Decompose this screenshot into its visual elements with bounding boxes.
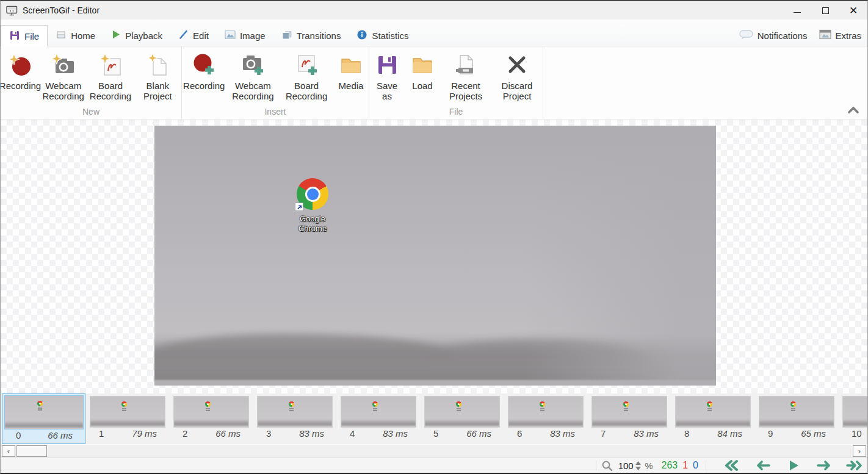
frame-thumbnail[interactable]: 566 ms [420,393,504,444]
thumbnail-image [341,396,416,428]
frame-thumbnail[interactable]: 483 ms [336,393,420,444]
mini-label [38,408,42,409]
scroll-right-button[interactable]: › [853,445,866,457]
ribbon-tab-bar: File Home Playback Edit Image Transition… [1,20,867,46]
minimize-icon [794,12,801,13]
mini-label [791,408,795,409]
tab-home[interactable]: Home [48,25,103,46]
new-recording-icon [7,50,33,81]
filmstrip-scrollbar[interactable]: ‹ › [1,444,867,458]
notifications-button[interactable]: Notifications [733,25,814,46]
frame-thumbnail[interactable]: 179 ms [85,393,169,444]
chevron-right-icon: › [858,447,861,456]
notifications-label: Notifications [758,31,808,41]
maximize-icon [822,7,829,14]
frame-thumbnail[interactable]: 884 ms [671,393,754,444]
magnifier-icon [601,460,613,472]
current-frame-image[interactable]: Google Chrome [154,126,716,386]
load-button[interactable]: Load [405,50,440,91]
frame-number: 7 [601,428,606,439]
save-as-button[interactable]: Save as [369,50,405,101]
tab-transitions[interactable]: Transitions [273,25,349,46]
button-label: Save as [371,81,403,101]
recent-projects-button[interactable]: Recent Projects [440,50,491,101]
recent-projects-icon [453,50,479,81]
frame-number: 1 [99,428,104,439]
chevron-up-icon [847,106,860,117]
frame-duration: 66 ms [48,430,73,440]
tab-label: Transitions [297,31,341,41]
collapse-ribbon-button[interactable] [844,104,863,118]
insert-recording-button[interactable]: Recording [182,50,226,91]
frame-number: 9 [768,428,773,439]
frame-number: 6 [517,428,522,439]
shortcut-arrow-icon [295,203,303,211]
frame-count-current: 1 [682,460,688,471]
frame-number: 10 [852,428,862,439]
layers-icon [281,29,292,42]
frame-thumbnail[interactable]: 066 ms [2,393,85,444]
insert-board-recording-button[interactable]: Board Recording [280,50,333,101]
picture-icon [225,30,236,41]
thumbnail-image [842,396,868,428]
close-button[interactable]: ✕ [839,1,867,20]
media-folder-icon [338,50,364,81]
thumbnail-image [424,396,500,428]
new-recording-button[interactable]: Recording [1,50,40,91]
minimize-button[interactable] [783,1,811,20]
frame-thumbnail[interactable]: 783 ms [587,393,671,444]
mini-label [289,408,294,409]
new-webcam-recording-button[interactable]: Webcam Recording [40,50,87,101]
frame-thumbnail[interactable]: 965 ms [754,393,838,444]
new-blank-project-button[interactable]: Blank Project [134,50,181,101]
tab-file[interactable]: File [1,25,48,46]
thumbnail-image [90,396,165,428]
extras-button[interactable]: Extras [813,25,867,46]
frame-thumbnail[interactable]: 383 ms [253,393,336,444]
shortcut-label: Google Chrome [293,214,332,234]
mini-label [206,408,210,409]
mini-chrome-icon [372,401,378,407]
last-frame-button[interactable] [845,459,864,472]
tab-label: Playback [125,31,162,41]
zoom-stepper[interactable] [635,461,641,470]
new-board-recording-button[interactable]: Board Recording [87,50,134,101]
frame-thumbnail[interactable]: 266 ms [169,393,253,444]
mini-label [707,408,712,409]
tab-image[interactable]: Image [217,25,273,46]
frame-duration: 79 ms [132,428,157,439]
mini-chrome-icon [540,401,545,407]
play-button[interactable] [784,459,803,472]
zoom-level-input[interactable] [616,461,635,471]
mini-chrome-icon [205,401,211,407]
scroll-left-button[interactable]: ‹ [2,445,15,457]
insert-webcam-recording-button[interactable]: Webcam Recording [226,50,280,101]
tab-playback[interactable]: Playback [103,25,170,46]
discard-project-button[interactable]: Discard Project [491,50,543,101]
pencil-icon [178,29,189,41]
maximize-button[interactable] [811,1,839,20]
button-label: Recording [0,81,41,91]
thumbnail-image [508,396,584,428]
window-title: ScreenToGif - Editor [23,5,99,15]
mini-label [540,408,544,409]
insert-media-button[interactable]: Media [333,50,369,91]
frame-number: 2 [183,428,187,439]
tab-edit[interactable]: Edit [170,25,217,46]
frame-thumbnail[interactable]: 10 [838,393,867,444]
previous-frame-button[interactable] [754,459,772,472]
next-frame-button[interactable] [815,459,833,472]
tab-statistics[interactable]: Statistics [349,25,416,46]
tab-bar-right: Notifications Extras [733,25,867,46]
play-icon [111,29,121,41]
thumbnail-image [257,396,333,428]
save-floppy-icon [374,50,400,81]
first-frame-button[interactable] [723,459,742,472]
frame-thumbnail[interactable]: 683 ms [504,393,587,444]
scrollbar-thumb[interactable] [16,445,47,457]
picture-icon [819,29,831,41]
separator [596,461,596,470]
insert-webcam-recording-icon [240,50,266,81]
mini-chrome-icon [289,401,294,407]
stepper-down-icon [635,467,641,470]
